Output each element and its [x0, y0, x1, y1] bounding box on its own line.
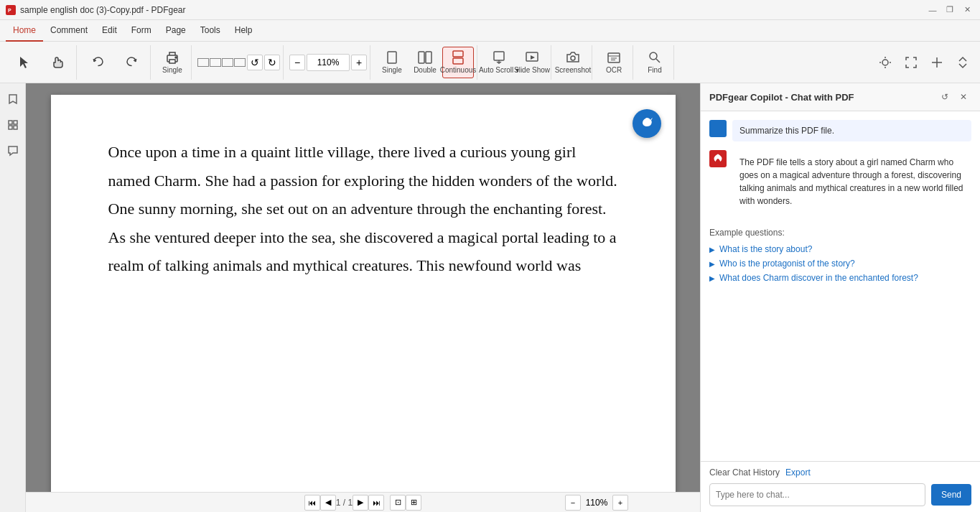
print-group: Single: [154, 45, 192, 80]
svg-point-21: [882, 60, 888, 65]
ocr-group: OCR: [595, 45, 633, 80]
pdf-page: Once upon a time in a quaint little vill…: [26, 83, 700, 492]
send-button[interactable]: Send: [931, 484, 971, 506]
find-label: Find: [648, 66, 661, 74]
layout-icon-3: [222, 58, 233, 67]
example-question-2[interactable]: ▶ Who is the protagonist of the story?: [709, 256, 971, 271]
fit-page-button[interactable]: ⊞: [406, 495, 421, 511]
example-questions-label: Example questions:: [709, 228, 971, 238]
rotate-right-button[interactable]: ↻: [264, 55, 280, 70]
svg-rect-31: [14, 126, 17, 129]
redo-button[interactable]: [116, 47, 147, 78]
print-button[interactable]: Single: [157, 47, 188, 78]
svg-rect-7: [426, 52, 431, 63]
next-page-button[interactable]: ▶: [353, 495, 368, 511]
example-question-1[interactable]: ▶ What is the story about?: [709, 242, 971, 256]
sidebar-comment-icon[interactable]: [3, 141, 23, 161]
copilot-close-button[interactable]: ✕: [956, 89, 971, 105]
fit-width-button[interactable]: ⊡: [390, 495, 406, 511]
copilot-panel: PDFgear Copilot - Chat with PDF ↺ ✕ Summ…: [700, 83, 980, 512]
menu-home[interactable]: Home: [6, 20, 43, 42]
first-page-button[interactable]: ⏮: [304, 495, 320, 511]
svg-rect-8: [453, 51, 463, 57]
export-link[interactable]: Export: [785, 467, 811, 478]
user-bubble: Summarize this PDF file.: [732, 120, 971, 141]
copilot-refresh-button[interactable]: ↺: [937, 89, 953, 105]
layout-icon-2: [210, 58, 221, 67]
main-area: Once upon a time in a quaint little vill…: [0, 83, 980, 512]
layout-icon-4: [234, 58, 246, 67]
ai-message: The PDF file tells a story about a girl …: [709, 150, 971, 213]
example-question-3-text: What does Charm discover in the enchante…: [719, 273, 918, 283]
fullscreen-button[interactable]: [900, 51, 923, 74]
menu-edit[interactable]: Edit: [95, 20, 124, 42]
slide-show-button[interactable]: Slide Show: [516, 47, 548, 78]
sidebar-thumbnail-icon[interactable]: [3, 115, 23, 135]
double-view-button[interactable]: Double: [409, 47, 441, 78]
copilot-fab-button[interactable]: [633, 109, 661, 138]
example-questions: Example questions: ▶ What is the story a…: [709, 228, 971, 285]
cursor-tool-button[interactable]: [9, 47, 40, 78]
clear-history-link[interactable]: Clear Chat History: [709, 467, 780, 478]
window-controls: — ❐ ✕: [925, 3, 974, 17]
ocr-button[interactable]: OCR: [598, 47, 630, 78]
user-message: Summarize this PDF file.: [709, 120, 971, 141]
sidebar-bookmark-icon[interactable]: [3, 89, 23, 109]
menu-page[interactable]: Page: [159, 20, 193, 42]
bottom-bar: ⏮ ◀ 1 / 1 ▶ ⏭ ⊡ ⊞ − 110% +: [26, 492, 700, 512]
svg-rect-9: [453, 58, 463, 64]
prev-page-button[interactable]: ◀: [320, 495, 336, 511]
print-label: Single: [162, 66, 182, 74]
last-page-button[interactable]: ⏭: [368, 495, 384, 511]
page-info: 1 / 1: [336, 498, 353, 508]
menu-help[interactable]: Help: [228, 20, 260, 42]
continuous-view-button[interactable]: Continuous: [442, 47, 474, 78]
left-sidebar: [0, 83, 26, 512]
close-button[interactable]: ✕: [960, 3, 974, 17]
menu-comment[interactable]: Comment: [43, 20, 95, 42]
chat-input[interactable]: [709, 483, 925, 506]
svg-rect-28: [9, 121, 12, 124]
layout-icon-1: [197, 58, 209, 67]
zoom-group: ↺ ↻: [195, 45, 284, 80]
collapse-button[interactable]: [951, 51, 974, 74]
expand-button[interactable]: [925, 51, 948, 74]
bottom-zoom-in-button[interactable]: +: [612, 495, 628, 511]
menu-form[interactable]: Form: [124, 20, 159, 42]
example-arrow-2: ▶: [709, 260, 715, 268]
ocr-label: OCR: [606, 66, 622, 74]
svg-text:P: P: [8, 8, 11, 13]
auto-scroll-label: Auto Scroll ▾: [479, 66, 519, 74]
screenshot-group: Screenshot: [554, 45, 592, 80]
menu-tools[interactable]: Tools: [193, 20, 228, 42]
bottom-zoom-control: − 110% +: [565, 495, 628, 511]
single-view-button[interactable]: Single: [376, 47, 408, 78]
bottom-zoom-out-button[interactable]: −: [565, 495, 581, 511]
rotate-left-button[interactable]: ↺: [247, 55, 263, 70]
hand-tool-button[interactable]: [42, 47, 73, 78]
example-question-3[interactable]: ▶ What does Charm discover in the enchan…: [709, 271, 971, 285]
copilot-header-icons: ↺ ✕: [937, 89, 971, 105]
ai-avatar: [709, 150, 727, 167]
brightness-button[interactable]: [874, 51, 897, 74]
minimize-button[interactable]: —: [925, 3, 940, 17]
pdf-text-content: Once upon a time in a quaint little vill…: [108, 138, 618, 280]
auto-scroll-button[interactable]: Auto Scroll ▾: [483, 47, 515, 78]
zoom-in-button[interactable]: +: [351, 55, 367, 70]
restore-button[interactable]: ❐: [943, 3, 957, 17]
zoom-out-button[interactable]: −: [289, 55, 305, 70]
undo-redo-group: [80, 45, 151, 80]
zoom-input[interactable]: [307, 54, 350, 71]
undo-button[interactable]: [83, 47, 114, 78]
find-button[interactable]: Find: [639, 47, 671, 78]
svg-rect-5: [388, 52, 396, 63]
copilot-header: PDFgear Copilot - Chat with PDF ↺ ✕: [701, 83, 980, 111]
svg-line-20: [656, 59, 660, 62]
bottom-zoom-value: 110%: [584, 498, 610, 508]
svg-marker-13: [531, 55, 535, 60]
ai-bubble: The PDF file tells a story about a girl …: [732, 150, 971, 213]
copilot-title: PDFgear Copilot - Chat with PDF: [709, 92, 854, 103]
title-bar: P sample english doc (3)-Copy.pdf - PDFg…: [0, 0, 980, 20]
screenshot-button[interactable]: Screenshot: [557, 47, 589, 78]
slide-show-label: Slide Show: [514, 66, 550, 74]
